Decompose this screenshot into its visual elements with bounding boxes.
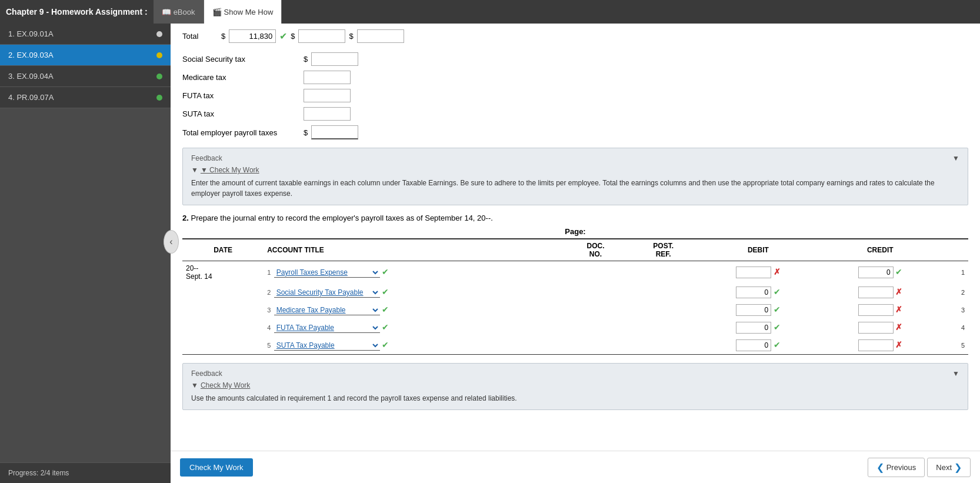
total-input-2[interactable] [298, 29, 345, 43]
tab-ebook[interactable]: 📖 eBook [154, 0, 204, 24]
sidebar-item-label: 2. EX.09.03A [8, 51, 54, 59]
feedback-box-1: Feedback ▼ ▼ ▼ Check My Work Enter the a… [182, 148, 968, 205]
feedback-header-1: Feedback ▼ [191, 154, 959, 162]
debit-cell-3: ✔ [697, 301, 819, 319]
debit-check-3: ✔ [774, 305, 781, 314]
page-label: Page: [182, 227, 968, 236]
sidebar-item-pr0907a[interactable]: 4. PR.09.07A [0, 87, 171, 108]
total-input-3[interactable] [357, 29, 404, 43]
credit-cell-1: ✔ [819, 261, 941, 284]
sidebar-item-ex0904a[interactable]: 3. EX.09.04A [0, 66, 171, 87]
sidebar: 1. EX.09.01A 2. EX.09.03A 3. EX.09.04A 4… [0, 24, 171, 483]
status-dot [156, 31, 162, 37]
next-button[interactable]: Next ❯ [927, 458, 971, 477]
progress-text: Progress: 2/4 items [8, 469, 69, 477]
bottom-bar: Check My Work ❮ Previous Next ❯ [171, 451, 980, 483]
feedback-toggle-1[interactable]: ▼ [952, 154, 959, 162]
futa-tax-input[interactable] [304, 89, 351, 102]
check-my-work-link-2[interactable]: ▼ Check My Work [191, 381, 959, 389]
account-check-1: ✔ [382, 267, 389, 277]
tab-showmehow[interactable]: 🎬 Show Me How [204, 0, 282, 24]
credit-input-3[interactable] [858, 304, 894, 316]
col-credit: CREDIT [819, 239, 941, 261]
date-cell-2 [182, 284, 264, 301]
credit-input-2[interactable] [858, 287, 894, 298]
book-icon: 📖 [162, 8, 171, 16]
total-input-1[interactable] [229, 29, 276, 43]
journal-row-3: 3 Medicare Tax Payable ✔ [182, 301, 968, 319]
doc-cell-1 [562, 261, 629, 284]
debit-x-1: ✗ [774, 267, 781, 277]
doc-cell-4 [562, 319, 629, 337]
account-select-2[interactable]: Social Security Tax Payable [274, 288, 380, 298]
medicare-tax-input[interactable] [304, 71, 351, 84]
post-cell-1 [629, 261, 697, 284]
col-date: DATE [182, 239, 264, 261]
feedback-box-2: Feedback ▼ ▼ Check My Work Use the amoun… [182, 363, 968, 410]
tax-label-suta: SUTA tax [182, 109, 300, 118]
col-rownum [941, 239, 968, 261]
post-cell-5 [629, 337, 697, 355]
tax-label-futa: FUTA tax [182, 91, 300, 100]
suta-tax-input[interactable] [304, 107, 351, 121]
chevron-left-nav-icon: ❮ [876, 462, 884, 473]
date-cell-3 [182, 301, 264, 319]
sidebar-item-ex0901a[interactable]: 1. EX.09.01A [0, 24, 171, 45]
status-dot [156, 74, 162, 79]
tab-showmehow-label: Show Me How [224, 8, 274, 16]
col-doc: DOC.NO. [562, 239, 629, 261]
sidebar-item-ex0903a[interactable]: 2. EX.09.03A [0, 45, 171, 66]
nav-buttons: ❮ Previous Next ❯ [868, 458, 971, 477]
account-select-3[interactable]: Medicare Tax Payable [274, 305, 380, 315]
debit-cell-4: ✔ [697, 319, 819, 337]
post-cell-3 [629, 301, 697, 319]
check-my-work-button[interactable]: Check My Work [180, 458, 253, 477]
tax-row-total: Total employer payroll taxes $ [182, 125, 968, 139]
feedback-toggle-2[interactable]: ▼ [952, 369, 959, 378]
account-check-3: ✔ [382, 305, 389, 314]
row-num-2: 2 [941, 284, 968, 301]
previous-button[interactable]: ❮ Previous [868, 458, 925, 477]
collapse-sidebar-button[interactable]: ‹ [164, 230, 179, 254]
account-cell-5: 5 SUTA Tax Payable ✔ [264, 337, 562, 355]
tax-fields: Social Security tax $ Medicare tax FUTA … [182, 52, 968, 139]
check-my-work-link-1[interactable]: ▼ ▼ Check My Work [191, 166, 959, 174]
social-security-tax-input[interactable] [311, 52, 358, 66]
doc-cell-5 [562, 337, 629, 355]
credit-input-1[interactable] [858, 267, 894, 278]
check-icon-1: ✔ [279, 31, 287, 42]
doc-cell-2 [562, 284, 629, 301]
credit-x-4: ✗ [895, 322, 902, 332]
credit-x-3: ✗ [895, 305, 902, 314]
feedback-text-2: Use the amounts calculated in requiremen… [191, 393, 959, 404]
credit-x-5: ✗ [895, 340, 902, 349]
col-post: POST.REF. [629, 239, 697, 261]
main-content: Total $ ✔ $ $ Social Security tax $ [171, 24, 980, 451]
tax-row-medicare: Medicare tax [182, 71, 968, 84]
debit-input-1[interactable] [736, 267, 771, 278]
credit-input-4[interactable] [858, 322, 894, 334]
dollar-prefix-1: $ [221, 32, 225, 41]
debit-input-3[interactable] [736, 304, 771, 316]
chevron-left-icon: ‹ [169, 236, 172, 247]
total-payroll-tax-input[interactable] [311, 125, 358, 139]
account-select-4[interactable]: FUTA Tax Payable [274, 323, 380, 333]
debit-input-5[interactable] [736, 339, 771, 351]
debit-input-2[interactable] [736, 287, 771, 298]
tab-ebook-label: eBook [174, 8, 195, 16]
sidebar-footer: Progress: 2/4 items [0, 462, 171, 483]
debit-check-2: ✔ [774, 287, 781, 297]
credit-cell-3: ✗ [819, 301, 941, 319]
question-2-header: 2. Prepare the journal entry to record t… [182, 214, 968, 222]
sidebar-item-label: 1. EX.09.01A [8, 29, 54, 38]
account-select-5[interactable]: SUTA Tax Payable [274, 341, 380, 351]
credit-x-2: ✗ [895, 287, 902, 297]
account-select-1[interactable]: Payroll Taxes Expense [274, 268, 380, 278]
post-cell-4 [629, 319, 697, 337]
status-dot [156, 52, 162, 58]
journal-row-4: 4 FUTA Tax Payable ✔ [182, 319, 968, 337]
total-label: Total [182, 32, 218, 41]
credit-input-5[interactable] [858, 339, 894, 351]
debit-input-4[interactable] [736, 322, 771, 334]
triangle-icon-2: ▼ [191, 381, 198, 389]
